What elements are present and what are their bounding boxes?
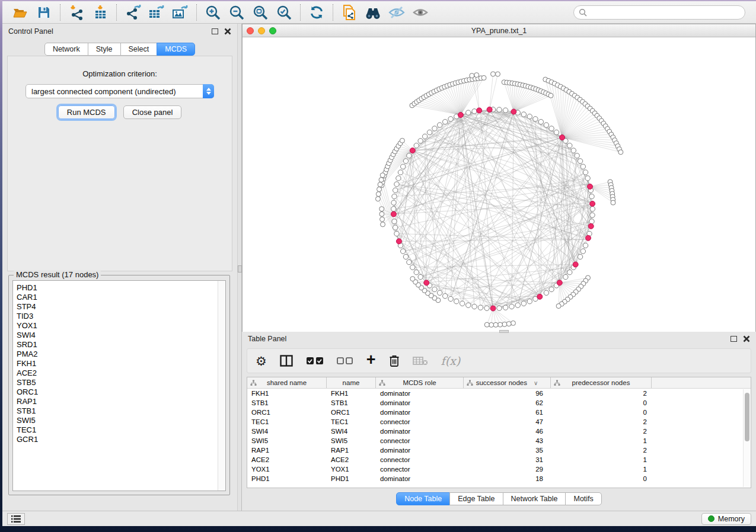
table-cell[interactable]: 29: [464, 464, 551, 474]
add-column-plus-icon[interactable]: +: [366, 351, 376, 369]
table-cell[interactable]: connector: [376, 455, 464, 464]
tab-style[interactable]: Style: [88, 43, 121, 56]
table-cell[interactable]: RAP1: [327, 446, 376, 455]
table-cell[interactable]: 18: [464, 474, 551, 483]
refresh-view-button[interactable]: [305, 3, 328, 22]
search-field[interactable]: [573, 5, 745, 20]
table-cell[interactable]: dominator: [376, 427, 464, 436]
table-cell[interactable]: FKH1: [327, 389, 376, 398]
mcds-result-item[interactable]: CAR1: [17, 293, 225, 302]
export-image-button[interactable]: [168, 3, 192, 22]
import-table-button[interactable]: [88, 3, 112, 22]
export-network-button[interactable]: [121, 3, 145, 22]
close-table-panel-icon[interactable]: [743, 335, 750, 342]
table-cell[interactable]: 0: [551, 408, 652, 417]
scrollbar-thumb[interactable]: [745, 393, 749, 441]
column-header[interactable]: name: [327, 377, 376, 388]
table-cell[interactable]: YOX1: [327, 464, 376, 474]
table-options-gear-icon[interactable]: ⚙: [256, 352, 267, 370]
table-cell[interactable]: 96: [464, 389, 551, 398]
select-all-checkboxes-icon[interactable]: [306, 352, 324, 370]
table-cell[interactable]: PHD1: [247, 474, 327, 483]
table-tab-node-table[interactable]: Node Table: [396, 492, 450, 505]
table-cell[interactable]: connector: [376, 464, 464, 474]
hide-selected-button[interactable]: [385, 3, 409, 22]
mcds-result-item[interactable]: YOX1: [17, 321, 225, 331]
column-header[interactable]: successor nodes∨: [464, 377, 551, 388]
close-panel-icon[interactable]: [224, 28, 231, 35]
mcds-result-item[interactable]: ACE2: [17, 368, 225, 378]
table-cell[interactable]: dominator: [376, 408, 464, 417]
vertical-splitter[interactable]: [237, 24, 242, 511]
mcds-result-item[interactable]: SWI5: [17, 416, 225, 425]
table-cell[interactable]: TEC1: [247, 417, 327, 427]
search-binoculars-button[interactable]: [361, 3, 385, 22]
tab-network[interactable]: Network: [44, 43, 88, 56]
table-row[interactable]: ORC1ORC1dominator610: [247, 408, 751, 417]
table-cell[interactable]: 31: [464, 455, 551, 464]
float-table-panel-button[interactable]: [731, 336, 737, 342]
table-cell[interactable]: SWI4: [247, 427, 327, 436]
table-cell[interactable]: 61: [464, 408, 551, 417]
table-cell[interactable]: RAP1: [247, 446, 327, 455]
mcds-result-item[interactable]: GCR1: [17, 435, 225, 444]
tab-select[interactable]: Select: [120, 43, 158, 56]
mcds-result-item[interactable]: SRD1: [17, 340, 225, 350]
result-list-scrollbar[interactable]: [218, 281, 225, 491]
column-header[interactable]: MCDS role: [376, 377, 464, 388]
mcds-result-item[interactable]: SWI4: [17, 331, 225, 340]
table-row[interactable]: ACE2ACE2connector311: [247, 455, 751, 464]
table-cell[interactable]: FKH1: [247, 389, 327, 398]
zoom-selected-button[interactable]: [272, 3, 296, 22]
network-graph[interactable]: [243, 37, 755, 332]
table-cell[interactable]: SWI5: [327, 436, 376, 446]
network-canvas[interactable]: [243, 37, 755, 332]
table-cell[interactable]: 2: [551, 446, 652, 455]
network-from-document-button[interactable]: [337, 3, 361, 22]
table-cell[interactable]: ORC1: [327, 408, 376, 417]
table-cell[interactable]: 1: [551, 464, 652, 474]
table-tab-edge-table[interactable]: Edge Table: [449, 492, 503, 505]
table-cell[interactable]: 0: [551, 398, 652, 408]
table-cell[interactable]: 2: [551, 389, 652, 398]
table-row[interactable]: TEC1TEC1connector472: [247, 417, 751, 427]
table-cell[interactable]: 1: [551, 455, 652, 464]
memory-button[interactable]: Memory: [701, 513, 751, 525]
table-cell[interactable]: PHD1: [327, 474, 376, 483]
table-cell[interactable]: SWI4: [327, 427, 376, 436]
table-tab-motifs[interactable]: Motifs: [565, 492, 601, 505]
table-cell[interactable]: 43: [464, 436, 551, 446]
table-cell[interactable]: TEC1: [327, 417, 376, 427]
task-history-button[interactable]: [7, 513, 25, 525]
table-cell[interactable]: 2: [551, 427, 652, 436]
table-cell[interactable]: 1: [551, 436, 652, 446]
table-cell[interactable]: dominator: [376, 474, 464, 483]
table-cell[interactable]: 62: [464, 398, 551, 408]
mcds-result-item[interactable]: STP4: [17, 302, 225, 312]
table-cell[interactable]: dominator: [376, 446, 464, 455]
tab-mcds[interactable]: MCDS: [157, 43, 195, 56]
table-cell[interactable]: ORC1: [247, 408, 327, 417]
table-row[interactable]: SWI4SWI4dominator462: [247, 427, 751, 436]
mcds-result-item[interactable]: RAP1: [17, 397, 225, 406]
show-all-button[interactable]: [409, 3, 432, 22]
search-input[interactable]: [590, 8, 740, 17]
table-cell[interactable]: STB1: [247, 398, 327, 408]
table-cell[interactable]: 0: [551, 474, 652, 483]
table-row[interactable]: RAP1RAP1dominator352: [247, 446, 751, 455]
mcds-result-item[interactable]: STB5: [17, 378, 225, 387]
table-cell[interactable]: 47: [464, 417, 551, 427]
table-cell[interactable]: ACE2: [247, 455, 327, 464]
table-cell[interactable]: connector: [376, 436, 464, 446]
table-cell[interactable]: connector: [376, 417, 464, 427]
zoom-fit-button[interactable]: [248, 3, 272, 22]
mcds-result-item[interactable]: FKH1: [17, 359, 225, 368]
table-cell[interactable]: STB1: [327, 398, 376, 408]
table-row[interactable]: SWI5SWI5connector431: [247, 436, 751, 446]
import-network-button[interactable]: [65, 3, 88, 22]
column-header[interactable]: shared name: [247, 377, 327, 388]
table-vertical-scrollbar[interactable]: [743, 389, 750, 487]
mcds-result-item[interactable]: STB1: [17, 406, 225, 416]
table-cell[interactable]: dominator: [376, 398, 464, 408]
export-table-button[interactable]: [145, 3, 168, 22]
